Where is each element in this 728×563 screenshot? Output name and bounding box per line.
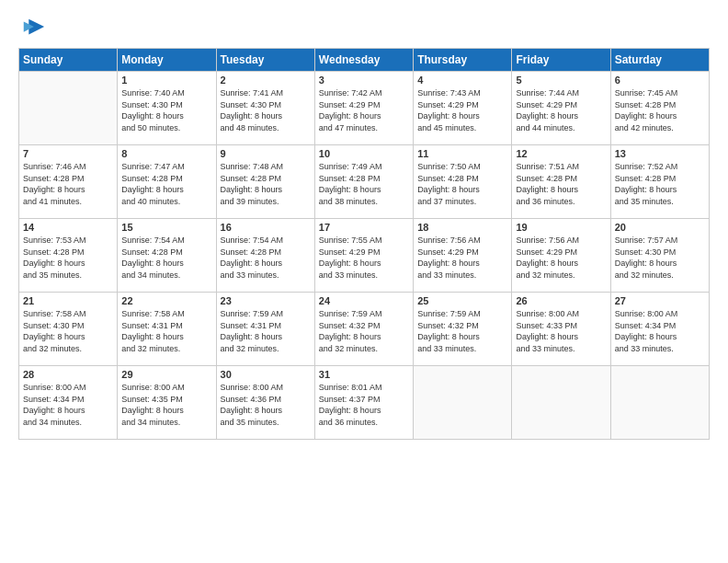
header-cell-saturday: Saturday	[610, 49, 709, 72]
day-info: Sunrise: 7:59 AM Sunset: 4:31 PM Dayligh…	[221, 308, 311, 354]
calendar-body: 1Sunrise: 7:40 AM Sunset: 4:30 PM Daylig…	[19, 72, 710, 440]
calendar-cell: 24Sunrise: 7:59 AM Sunset: 4:32 PM Dayli…	[314, 293, 413, 366]
day-number: 3	[319, 75, 409, 86]
header-cell-monday: Monday	[118, 49, 216, 72]
week-row-4: 28Sunrise: 8:00 AM Sunset: 4:34 PM Dayli…	[19, 366, 710, 440]
day-number: 16	[221, 222, 311, 233]
day-number: 24	[319, 295, 409, 306]
calendar-cell: 29Sunrise: 8:00 AM Sunset: 4:35 PM Dayli…	[118, 366, 216, 440]
week-row-3: 21Sunrise: 7:58 AM Sunset: 4:30 PM Dayli…	[19, 293, 710, 366]
day-info: Sunrise: 8:00 AM Sunset: 4:34 PM Dayligh…	[615, 308, 705, 354]
calendar-cell: 2Sunrise: 7:41 AM Sunset: 4:30 PM Daylig…	[216, 72, 314, 145]
day-info: Sunrise: 7:41 AM Sunset: 4:30 PM Dayligh…	[221, 87, 311, 133]
day-info: Sunrise: 7:47 AM Sunset: 4:28 PM Dayligh…	[121, 161, 211, 207]
calendar-cell	[512, 366, 610, 440]
calendar-cell: 16Sunrise: 7:54 AM Sunset: 4:28 PM Dayli…	[216, 219, 314, 293]
day-number: 26	[516, 295, 606, 306]
calendar-cell: 19Sunrise: 7:56 AM Sunset: 4:29 PM Dayli…	[512, 219, 610, 293]
calendar-header: SundayMondayTuesdayWednesdayThursdayFrid…	[19, 49, 710, 72]
calendar-cell: 30Sunrise: 8:00 AM Sunset: 4:36 PM Dayli…	[216, 366, 314, 440]
day-info: Sunrise: 8:00 AM Sunset: 4:33 PM Dayligh…	[516, 308, 606, 354]
header-cell-tuesday: Tuesday	[216, 49, 314, 72]
week-row-2: 14Sunrise: 7:53 AM Sunset: 4:28 PM Dayli…	[19, 219, 710, 293]
day-info: Sunrise: 7:59 AM Sunset: 4:32 PM Dayligh…	[417, 308, 507, 354]
calendar-cell: 1Sunrise: 7:40 AM Sunset: 4:30 PM Daylig…	[118, 72, 216, 145]
day-number: 4	[417, 75, 507, 86]
day-info: Sunrise: 7:45 AM Sunset: 4:28 PM Dayligh…	[615, 87, 705, 133]
day-number: 29	[121, 369, 211, 380]
day-number: 21	[23, 295, 113, 306]
week-row-1: 7Sunrise: 7:46 AM Sunset: 4:28 PM Daylig…	[19, 145, 710, 219]
day-info: Sunrise: 7:49 AM Sunset: 4:28 PM Dayligh…	[319, 161, 409, 207]
header-row: SundayMondayTuesdayWednesdayThursdayFrid…	[19, 49, 710, 72]
calendar-cell: 9Sunrise: 7:48 AM Sunset: 4:28 PM Daylig…	[216, 145, 314, 219]
calendar-cell: 28Sunrise: 8:00 AM Sunset: 4:34 PM Dayli…	[19, 366, 118, 440]
calendar-cell: 27Sunrise: 8:00 AM Sunset: 4:34 PM Dayli…	[610, 293, 709, 366]
day-info: Sunrise: 7:42 AM Sunset: 4:29 PM Dayligh…	[319, 87, 409, 133]
day-number: 20	[615, 222, 705, 233]
day-number: 11	[417, 148, 507, 159]
day-info: Sunrise: 7:56 AM Sunset: 4:29 PM Dayligh…	[516, 235, 606, 281]
day-info: Sunrise: 7:58 AM Sunset: 4:31 PM Dayligh…	[121, 308, 211, 354]
day-info: Sunrise: 7:52 AM Sunset: 4:28 PM Dayligh…	[615, 161, 705, 207]
calendar-cell: 18Sunrise: 7:56 AM Sunset: 4:29 PM Dayli…	[414, 219, 512, 293]
calendar-cell: 4Sunrise: 7:43 AM Sunset: 4:29 PM Daylig…	[414, 72, 512, 145]
day-number: 22	[121, 295, 211, 306]
header-cell-thursday: Thursday	[414, 49, 512, 72]
day-number: 7	[23, 148, 113, 159]
calendar-cell: 26Sunrise: 8:00 AM Sunset: 4:33 PM Dayli…	[512, 293, 610, 366]
day-number: 6	[615, 75, 705, 86]
calendar-cell: 14Sunrise: 7:53 AM Sunset: 4:28 PM Dayli…	[19, 219, 118, 293]
day-info: Sunrise: 7:54 AM Sunset: 4:28 PM Dayligh…	[121, 235, 211, 281]
day-number: 30	[221, 369, 311, 380]
calendar-cell: 17Sunrise: 7:55 AM Sunset: 4:29 PM Dayli…	[314, 219, 413, 293]
day-number: 10	[319, 148, 409, 159]
calendar-cell: 5Sunrise: 7:44 AM Sunset: 4:29 PM Daylig…	[512, 72, 610, 145]
day-info: Sunrise: 7:55 AM Sunset: 4:29 PM Dayligh…	[319, 235, 409, 281]
day-number: 5	[516, 75, 606, 86]
calendar-cell: 20Sunrise: 7:57 AM Sunset: 4:30 PM Dayli…	[610, 219, 709, 293]
calendar-cell: 22Sunrise: 7:58 AM Sunset: 4:31 PM Dayli…	[118, 293, 216, 366]
calendar-cell: 21Sunrise: 7:58 AM Sunset: 4:30 PM Dayli…	[19, 293, 118, 366]
calendar-cell: 10Sunrise: 7:49 AM Sunset: 4:28 PM Dayli…	[314, 145, 413, 219]
calendar-cell: 15Sunrise: 7:54 AM Sunset: 4:28 PM Dayli…	[118, 219, 216, 293]
calendar-table: SundayMondayTuesdayWednesdayThursdayFrid…	[18, 48, 710, 440]
day-number: 17	[319, 222, 409, 233]
day-info: Sunrise: 7:54 AM Sunset: 4:28 PM Dayligh…	[221, 235, 311, 281]
calendar-cell: 6Sunrise: 7:45 AM Sunset: 4:28 PM Daylig…	[610, 72, 709, 145]
week-row-0: 1Sunrise: 7:40 AM Sunset: 4:30 PM Daylig…	[19, 72, 710, 145]
day-number: 8	[121, 148, 211, 159]
day-number: 1	[121, 75, 211, 86]
day-info: Sunrise: 7:44 AM Sunset: 4:29 PM Dayligh…	[516, 87, 606, 133]
day-number: 12	[516, 148, 606, 159]
day-info: Sunrise: 8:00 AM Sunset: 4:36 PM Dayligh…	[221, 382, 311, 428]
day-info: Sunrise: 8:00 AM Sunset: 4:34 PM Dayligh…	[23, 382, 113, 428]
day-info: Sunrise: 8:00 AM Sunset: 4:35 PM Dayligh…	[121, 382, 211, 428]
day-info: Sunrise: 7:46 AM Sunset: 4:28 PM Dayligh…	[23, 161, 113, 207]
calendar-cell	[414, 366, 512, 440]
day-number: 14	[23, 222, 113, 233]
header-cell-friday: Friday	[512, 49, 610, 72]
calendar-cell: 31Sunrise: 8:01 AM Sunset: 4:37 PM Dayli…	[314, 366, 413, 440]
day-number: 25	[417, 295, 507, 306]
day-info: Sunrise: 7:57 AM Sunset: 4:30 PM Dayligh…	[615, 235, 705, 281]
day-info: Sunrise: 7:51 AM Sunset: 4:28 PM Dayligh…	[516, 161, 606, 207]
day-number: 9	[221, 148, 311, 159]
day-info: Sunrise: 7:40 AM Sunset: 4:30 PM Dayligh…	[121, 87, 211, 133]
header-cell-wednesday: Wednesday	[314, 49, 413, 72]
header	[18, 15, 710, 40]
day-number: 23	[221, 295, 311, 306]
logo-icon	[20, 15, 46, 40]
calendar-cell: 23Sunrise: 7:59 AM Sunset: 4:31 PM Dayli…	[216, 293, 314, 366]
day-number: 19	[516, 222, 606, 233]
calendar-cell: 3Sunrise: 7:42 AM Sunset: 4:29 PM Daylig…	[314, 72, 413, 145]
calendar-cell: 13Sunrise: 7:52 AM Sunset: 4:28 PM Dayli…	[610, 145, 709, 219]
calendar-cell: 8Sunrise: 7:47 AM Sunset: 4:28 PM Daylig…	[118, 145, 216, 219]
day-info: Sunrise: 7:58 AM Sunset: 4:30 PM Dayligh…	[23, 308, 113, 354]
day-number: 2	[221, 75, 311, 86]
calendar-cell: 7Sunrise: 7:46 AM Sunset: 4:28 PM Daylig…	[19, 145, 118, 219]
calendar-cell: 25Sunrise: 7:59 AM Sunset: 4:32 PM Dayli…	[414, 293, 512, 366]
logo	[18, 15, 46, 40]
day-number: 31	[319, 369, 409, 380]
calendar-cell: 12Sunrise: 7:51 AM Sunset: 4:28 PM Dayli…	[512, 145, 610, 219]
